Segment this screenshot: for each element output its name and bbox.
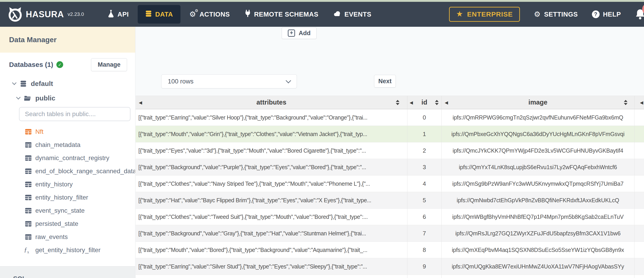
sidebar: Data Manager Databases (1) ✓ Manage defa… <box>0 27 136 278</box>
image-cell: ipfs://QmRRPWG96cmgTn2qSzjwr2qvfNEuhunv6… <box>442 109 634 126</box>
top-nav: HASURA v2.23.0 API DATA ⚙⚙ ACTIONS <box>0 2 644 27</box>
tree-item-default-database[interactable]: default <box>13 78 135 89</box>
table-row: [{"trait_type":"Clothes","value":"Navy S… <box>136 176 644 192</box>
partial-cell <box>634 225 644 241</box>
main-content: + Add 100 rows Next ◀ attributes ◀ id <box>136 27 644 278</box>
nav-item-label: ACTIONS <box>200 11 230 18</box>
help-button[interactable]: ? HELP <box>592 2 621 27</box>
nav-item-data[interactable]: DATA <box>138 5 180 24</box>
help-label: HELP <box>603 11 621 18</box>
nav-item-label: API <box>118 11 129 18</box>
nav-item-label: REMOTE SCHEMAS <box>254 11 318 18</box>
hasura-console: HASURA v2.23.0 API DATA ⚙⚙ ACTIONS <box>0 0 644 278</box>
collapse-column-icon[interactable]: ◀ <box>445 100 448 105</box>
folder-open-icon <box>24 95 31 101</box>
collapse-column-icon[interactable]: ◀ <box>410 100 413 105</box>
column-header-image[interactable]: ◀ image <box>442 96 634 109</box>
rows-per-page-select[interactable]: 100 rows <box>161 74 297 88</box>
image-cell: ipfs://QmXEqPbvM4aq1SQSXN8DSuEcSo5SseYW1… <box>442 242 634 258</box>
sort-icon[interactable] <box>624 100 628 105</box>
sidebar-item-event-sync-state[interactable]: event_sync_state <box>0 204 135 217</box>
sidebar-item-entity-history-filter[interactable]: entity_history_filter <box>0 191 135 204</box>
schema-name: public <box>35 94 55 102</box>
manage-button[interactable]: Manage <box>91 58 127 71</box>
gears-icon: ⚙⚙ <box>189 11 196 18</box>
id-cell: 3 <box>407 159 442 175</box>
flask-icon <box>108 10 114 19</box>
table-row: [{"trait_type":"Hat","value":"Bayc Flipp… <box>136 192 644 209</box>
sidebar-item-raw-events[interactable]: raw_events <box>0 230 135 243</box>
table-row-partial <box>136 275 644 278</box>
image-cell: ipfs://QmYxT4LnK8sqLupjbS6eRvu1si7Ly2wFQ… <box>442 159 634 175</box>
search-input[interactable] <box>20 107 130 121</box>
notifications-button[interactable]: 8 <box>635 9 644 20</box>
chevron-down-icon <box>286 78 291 83</box>
image-cell: ipfs://QmRsJLrg27GQ1ZWyrXZFuJFdU5bapfzsy… <box>442 225 634 241</box>
image-cell: ipfs://QmcJYkCKK7QPmYWjp4FD2e3Lv5WCGFuHN… <box>442 143 634 159</box>
chevron-down-icon[interactable] <box>16 95 20 99</box>
column-title: id <box>422 99 427 106</box>
sidebar-item-get-entity-history-filter[interactable]: ƒx get_entity_history_filter <box>0 243 135 257</box>
column-title: attributes <box>256 99 286 106</box>
enterprise-button[interactable]: ★ ENTERPRISE <box>449 7 520 22</box>
table-icon <box>25 195 32 200</box>
sort-icon[interactable] <box>396 100 400 105</box>
next-page-button[interactable]: Next <box>374 75 396 87</box>
table-icon <box>25 142 32 148</box>
question-icon: ? <box>592 11 600 18</box>
settings-button[interactable]: ⚙ SETTINGS <box>534 2 578 27</box>
nav-item-api[interactable]: API <box>100 2 136 27</box>
table-icon <box>25 221 32 227</box>
collapse-column-icon[interactable]: ◀ <box>640 100 643 105</box>
image-cell: ipfs://QmWBgfBhyVmHNhBfEQ7p1P4Mpn7pm5b8K… <box>442 209 634 225</box>
partial-cell <box>634 275 644 278</box>
collapse-column-icon[interactable]: ◀ <box>139 100 142 105</box>
id-cell: 9 <box>407 258 442 274</box>
hasura-logo-icon[interactable] <box>8 7 23 22</box>
table-name: end_of_block_range_scanned_data <box>35 168 136 175</box>
id-cell <box>407 275 442 278</box>
sidebar-item-dynamic-contract-registry[interactable]: dynamic_contract_registry <box>0 152 135 165</box>
tree-item-public-schema[interactable]: public <box>17 93 135 103</box>
table-row: [{"trait_type":"Clothes","value":"Tweed … <box>136 209 644 225</box>
nav-item-remote-schemas[interactable]: REMOTE SCHEMAS <box>237 2 326 27</box>
image-cell <box>442 275 634 278</box>
chevron-down-icon[interactable] <box>12 80 16 85</box>
settings-label: SETTINGS <box>544 11 578 18</box>
column-header-attributes[interactable]: ◀ attributes <box>136 96 407 109</box>
image-cell: ipfs://QmPbxeGcXhYQQNgsC6a36dDyYUcHgMLnG… <box>442 126 634 142</box>
add-row-button[interactable]: + Add <box>282 27 316 39</box>
sql-section-label[interactable]: SQL <box>13 275 26 278</box>
table-name: chain_metadata <box>35 141 80 149</box>
image-cell: ipfs://QmSg9bPzW9anFYc3wWU5KnvymwkxQTpmq… <box>442 176 634 192</box>
partial-cell <box>634 109 644 126</box>
attributes-cell: [{"trait_type":"Hat","value":"Bayc Flipp… <box>136 192 407 208</box>
tables-list: Nft chain_metadata dynamic_contract_regi… <box>0 125 135 257</box>
sidebar-item-nft[interactable]: Nft <box>0 125 135 138</box>
table-row: [{"trait_type":"Eyes","value":"3d"},{"tr… <box>136 143 644 159</box>
table-name: persisted_state <box>35 220 78 227</box>
column-header-partial[interactable]: ◀ <box>634 96 644 109</box>
id-cell: 4 <box>407 176 442 192</box>
nav-item-events[interactable]: EVENTS <box>326 2 379 27</box>
sidebar-item-entity-history[interactable]: entity_history <box>0 178 135 191</box>
attributes-cell: [{"trait_type":"Mouth","value":"Grin"},{… <box>136 126 407 142</box>
image-cell: ipfs://QmNwbd7ctEhGpVkP8nZvBBQfiNeFKRdxf… <box>442 192 634 208</box>
star-icon: ★ <box>456 10 463 18</box>
table-header-row: ◀ attributes ◀ id ◀ image ◀ <box>136 96 644 109</box>
sidebar-item-end-of-block-range-scanned-data[interactable]: end_of_block_range_scanned_data <box>0 165 135 178</box>
version-label: v2.23.0 <box>68 11 84 17</box>
table-row: [{"trait_type":"Background","value":"Gra… <box>136 225 644 242</box>
nav-item-actions[interactable]: ⚙⚙ ACTIONS <box>182 2 237 27</box>
sidebar-item-chain-metadata[interactable]: chain_metadata <box>0 138 135 152</box>
database-icon <box>145 10 152 19</box>
connected-check-icon: ✓ <box>56 61 63 68</box>
cloud-icon <box>333 11 341 18</box>
partial-cell <box>634 143 644 159</box>
database-icon <box>20 80 27 87</box>
sort-icon[interactable] <box>435 100 438 105</box>
table-icon <box>25 208 32 214</box>
column-header-id[interactable]: ◀ id <box>407 96 442 109</box>
table-name: Nft <box>35 128 44 135</box>
sidebar-item-persisted-state[interactable]: persisted_state <box>0 217 135 230</box>
